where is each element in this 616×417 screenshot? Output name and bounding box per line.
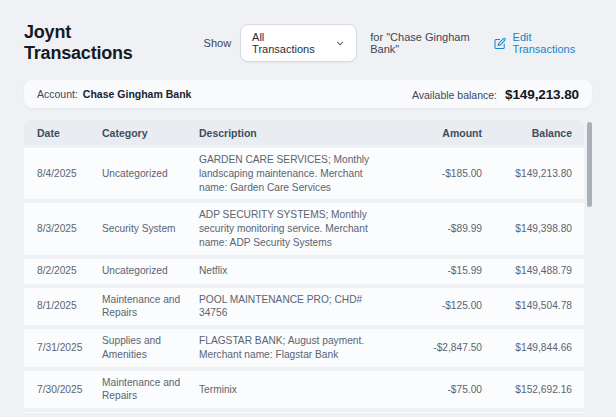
for-account-text: for "Chase Gingham Bank" bbox=[370, 31, 494, 55]
table-cell-date: 8/4/2025 bbox=[37, 167, 94, 181]
column-header-amount: Amount bbox=[410, 127, 482, 139]
table-cell-description: GARDEN CARE SERVICES; Monthly landscapin… bbox=[199, 153, 402, 194]
table-cell-description: Terminix bbox=[199, 383, 402, 397]
table-cell-category: Security System bbox=[102, 222, 191, 236]
chevron-down-icon bbox=[335, 38, 345, 49]
table-header-row: Date Category Description Amount Balance bbox=[24, 120, 584, 145]
column-header-date: Date bbox=[37, 127, 94, 139]
table-row[interactable]: 8/3/2025Security SystemADP SECURITY SYST… bbox=[24, 203, 584, 254]
column-header-category: Category bbox=[102, 127, 191, 139]
table-cell-date: 8/2/2025 bbox=[37, 264, 94, 278]
table-row[interactable]: 8/1/2025Maintenance and RepairsPOOL MAIN… bbox=[24, 288, 584, 326]
table-row[interactable]: 8/2/2025UncategorizedNetflix-$15.99$149,… bbox=[24, 259, 584, 284]
available-balance-label: Available balance: bbox=[412, 89, 497, 101]
transactions-filter-dropdown[interactable]: All Transactions bbox=[240, 24, 357, 62]
pencil-square-icon bbox=[494, 37, 506, 50]
table-cell-amount: -$75.00 bbox=[410, 383, 482, 397]
account-label: Account: bbox=[37, 88, 78, 100]
table-cell-balance: $149,504.78 bbox=[490, 299, 572, 313]
table-cell-category: Uncategorized bbox=[102, 264, 191, 278]
account-name: Chase Gingham Bank bbox=[83, 88, 192, 100]
table-cell-balance: $149,398.80 bbox=[490, 222, 572, 236]
table-cell-amount: -$2,847.50 bbox=[410, 341, 482, 355]
column-header-balance: Balance bbox=[490, 127, 572, 139]
table-cell-amount: -$125.00 bbox=[410, 299, 482, 313]
edit-transactions-link[interactable]: Edit Transactions bbox=[494, 31, 592, 55]
table-cell-date: 7/31/2025 bbox=[37, 341, 94, 355]
table-cell-category: Supplies and Amenities bbox=[102, 334, 191, 362]
table-cell-balance: $149,844.66 bbox=[490, 341, 572, 355]
available-balance-value: $149,213.80 bbox=[505, 87, 579, 102]
table-cell-description: POOL MAINTENANCE PRO; CHD# 34756 bbox=[199, 293, 402, 321]
table-cell-description: ADP SECURITY SYSTEMS; Monthly security m… bbox=[199, 208, 402, 249]
table-cell-category: Maintenance and Repairs bbox=[102, 376, 191, 404]
table-cell-amount: -$185.00 bbox=[410, 167, 482, 181]
table-row[interactable]: 7/31/2025Supplies and AmenitiesFLAGSTAR … bbox=[24, 329, 584, 367]
table-cell-category: Maintenance and Repairs bbox=[102, 293, 191, 321]
table-cell-category: Uncategorized bbox=[102, 167, 191, 181]
page-header: Joynt Transactions Show All Transactions… bbox=[0, 0, 616, 64]
column-header-description: Description bbox=[199, 127, 402, 139]
table-cell-balance: $152,692.16 bbox=[490, 383, 572, 397]
table-row[interactable]: 7/30/2025Maintenance and RepairsTerminix… bbox=[24, 371, 584, 409]
table-cell-balance: $149,488.79 bbox=[490, 264, 572, 278]
table-row[interactable]: 7/29/2025Trash RemovalWaste Management-$… bbox=[24, 412, 584, 413]
available-balance-group: Available balance: $149,213.80 bbox=[412, 87, 579, 102]
account-summary-bar: Account: Chase Gingham Bank Available ba… bbox=[24, 80, 592, 108]
table-row[interactable]: 8/4/2025UncategorizedGARDEN CARE SERVICE… bbox=[24, 148, 584, 199]
table-cell-date: 7/30/2025 bbox=[37, 383, 94, 397]
page-title: Joynt Transactions bbox=[24, 22, 176, 64]
table-scrollbar-thumb[interactable] bbox=[587, 122, 592, 207]
transactions-table: Date Category Description Amount Balance… bbox=[24, 120, 592, 413]
table-cell-date: 8/1/2025 bbox=[37, 299, 94, 313]
table-body: 8/4/2025UncategorizedGARDEN CARE SERVICE… bbox=[24, 148, 584, 413]
show-label: Show bbox=[204, 37, 232, 49]
table-cell-date: 8/3/2025 bbox=[37, 222, 94, 236]
table-cell-amount: -$89.99 bbox=[410, 222, 482, 236]
table-cell-balance: $149,213.80 bbox=[490, 167, 572, 181]
transactions-filter-selected-value: All Transactions bbox=[252, 31, 325, 55]
table-cell-amount: -$15.99 bbox=[410, 264, 482, 278]
table-scrollbar-track[interactable] bbox=[586, 120, 592, 413]
table-cell-description: FLAGSTAR BANK; August payment. Merchant … bbox=[199, 334, 402, 362]
table-cell-description: Netflix bbox=[199, 264, 402, 278]
edit-transactions-label: Edit Transactions bbox=[513, 31, 592, 55]
